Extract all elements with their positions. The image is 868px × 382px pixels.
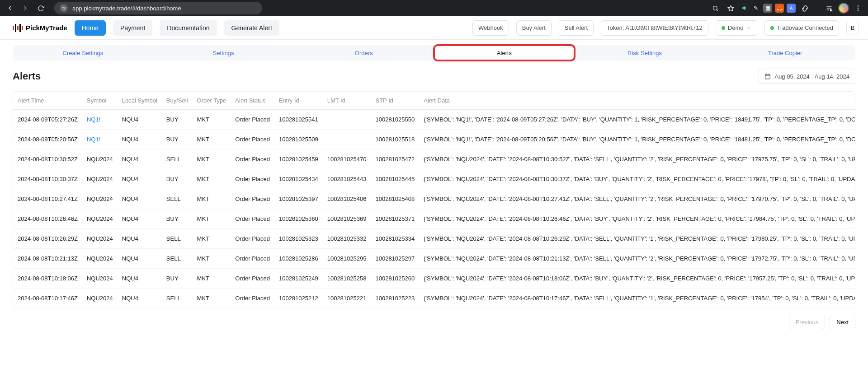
table-cell: 100281025297 (371, 249, 419, 269)
table-cell: 100281025360 (274, 209, 323, 229)
extension-icon[interactable]: ✱ (740, 4, 749, 13)
date-range-text: Aug 05, 2024 - Aug 14, 2024 (774, 73, 849, 80)
chevron-down-icon (746, 25, 751, 31)
connection-status[interactable]: Tradovate Connected (764, 20, 839, 36)
extension-icon[interactable]: A (787, 4, 796, 13)
svg-point-15 (858, 9, 859, 11)
table-cell (323, 110, 371, 130)
media-icon[interactable] (823, 2, 835, 14)
table-cell: NQ1! (82, 130, 118, 149)
table-cell: NQU2024 (82, 269, 118, 289)
tab-risk-settings[interactable]: Risk Settings (575, 45, 715, 61)
svg-marker-12 (830, 9, 832, 11)
tab-alerts[interactable]: Alerts (434, 45, 575, 61)
table-cell: {'SYMBOL': 'NQU2024', 'DATE': '2024-08-0… (419, 209, 855, 229)
date-range-picker[interactable]: Aug 05, 2024 - Aug 14, 2024 (759, 69, 855, 84)
reload-icon[interactable] (34, 2, 47, 14)
table-row[interactable]: 2024-08-09T05:20:56ZNQ1!NQU4BUYMKTOrder … (13, 130, 855, 149)
col-symbol[interactable]: Symbol (82, 92, 118, 110)
svg-point-6 (713, 6, 717, 10)
tab-orders[interactable]: Orders (293, 45, 434, 61)
table-cell: Order Placed (231, 269, 274, 289)
col-local-symbol[interactable]: Local Symbol (118, 92, 162, 110)
table-row[interactable]: 2024-08-08T10:30:37ZNQU2024NQU4BUYMKTOrd… (13, 169, 855, 189)
menu-icon[interactable] (852, 2, 864, 14)
nav-home[interactable]: Home (75, 20, 106, 36)
svg-marker-8 (728, 5, 734, 11)
table-cell: MKT (193, 289, 231, 308)
col-alert-status[interactable]: Alert Status (231, 92, 274, 110)
table-cell: SELL (162, 289, 193, 308)
back-icon[interactable] (4, 2, 16, 14)
browser-toolbar: app.pickmytrade.trade/#/dashboard/home ✱… (0, 0, 868, 16)
table-cell: NQU2024 (82, 249, 118, 269)
table-row[interactable]: 2024-08-08T10:26:29ZNQU2024NQU4SELLMKTOr… (13, 229, 855, 249)
table-cell: 100281025212 (274, 289, 323, 308)
bookmark-icon[interactable] (724, 2, 737, 14)
table-row[interactable]: 2024-08-08T10:30:52ZNQU2024NQU4SELLMKTOr… (13, 149, 855, 169)
table-cell: MKT (193, 130, 231, 149)
table-cell: 2024-08-08T10:21:13Z (13, 249, 82, 269)
table-cell: NQU4 (118, 110, 162, 130)
forward-icon[interactable] (19, 2, 32, 14)
webhook-button[interactable]: Webhook (472, 20, 509, 36)
table-cell: Order Placed (231, 229, 274, 249)
table-row[interactable]: 2024-08-08T10:27:41ZNQU2024NQU4SELLMKTOr… (13, 189, 855, 209)
next-button[interactable]: Next (830, 315, 855, 329)
table-cell: BUY (162, 110, 193, 130)
buy-alert-button[interactable]: Buy Alert (516, 20, 552, 36)
table-cell: SELL (162, 189, 193, 209)
table-row[interactable]: 2024-08-08T10:18:06ZNQU2024NQU4BUYMKTOrd… (13, 269, 855, 289)
table-cell: 100281025221 (323, 289, 371, 308)
table-row[interactable]: 2024-08-08T10:21:13ZNQU2024NQU4SELLMKTOr… (13, 249, 855, 269)
table-row[interactable]: 2024-08-09T05:27:26ZNQ1!NQU4BUYMKTOrder … (13, 110, 855, 130)
col-buy-sell[interactable]: Buy/Sell (162, 92, 193, 110)
url-text: app.pickmytrade.trade/#/dashboard/home (72, 5, 181, 12)
status-dot-icon (722, 26, 725, 30)
col-alert-time[interactable]: Alert Time (13, 92, 82, 110)
address-bar[interactable]: app.pickmytrade.trade/#/dashboard/home (54, 2, 262, 14)
table-cell: 2024-08-08T10:26:29Z (13, 229, 82, 249)
col-entry-id[interactable]: Entry Id (274, 92, 323, 110)
env-dropdown[interactable]: Demo (716, 20, 758, 36)
tab-settings[interactable]: Settings (153, 45, 294, 61)
table-cell: 2024-08-08T10:30:37Z (13, 169, 82, 189)
extension-icon[interactable]: ✎ (751, 4, 760, 13)
user-menu[interactable]: B (846, 22, 859, 34)
extension-icon[interactable]: 🦊 (775, 4, 784, 13)
site-settings-icon[interactable] (60, 4, 68, 12)
prev-button[interactable]: Previous (789, 315, 826, 329)
table-row[interactable]: 2024-08-08T10:17:46ZNQU2024NQU4SELLMKTOr… (13, 289, 855, 308)
profile-avatar[interactable] (838, 3, 849, 14)
sell-alert-button[interactable]: Sell Alert (559, 20, 594, 36)
nav-generate-alert[interactable]: Generate Alert (224, 20, 279, 36)
logo[interactable]: PickMyTrade (13, 23, 67, 33)
pagination: Previous Next (0, 308, 868, 338)
extension-icon[interactable]: ▦ (763, 4, 772, 13)
table-cell: MKT (193, 249, 231, 269)
table-cell: BUY (162, 269, 193, 289)
table-cell: MKT (193, 189, 231, 209)
table-cell: {'SYMBOL': 'NQU2024', 'DATE': '2024-08-0… (419, 249, 855, 269)
table-cell: BUY (162, 169, 193, 189)
svg-point-14 (858, 8, 859, 9)
tab-trade-copier[interactable]: Trade Copier (715, 45, 855, 61)
token-display[interactable]: Token: At1tGt9tTt8tWtEt8tYtMtRt712 (601, 20, 708, 36)
zoom-icon[interactable] (709, 2, 722, 14)
col-order-type[interactable]: Order Type (193, 92, 231, 110)
col-lmt-id[interactable]: LMT Id (323, 92, 371, 110)
table-cell: {'SYMBOL': 'NQ1!', 'DATE': '2024-08-09T0… (419, 130, 855, 149)
nav-payment[interactable]: Payment (113, 20, 152, 36)
table-cell: MKT (193, 229, 231, 249)
table-cell: 100281025470 (323, 149, 371, 169)
table-cell: {'SYMBOL': 'NQU2024', 'DATE': '2024-08-0… (419, 289, 855, 308)
nav-documentation[interactable]: Documentation (160, 20, 217, 36)
tab-create-settings[interactable]: Create Settings (13, 45, 153, 61)
col-alert-data[interactable]: Alert Data (419, 92, 855, 110)
table-cell: NQU4 (118, 189, 162, 209)
table-cell: MKT (193, 209, 231, 229)
table-cell: Order Placed (231, 130, 274, 149)
extensions-icon[interactable] (798, 2, 811, 14)
col-stp-id[interactable]: STP Id (371, 92, 419, 110)
table-row[interactable]: 2024-08-08T10:26:46ZNQU2024NQU4BUYMKTOrd… (13, 209, 855, 229)
